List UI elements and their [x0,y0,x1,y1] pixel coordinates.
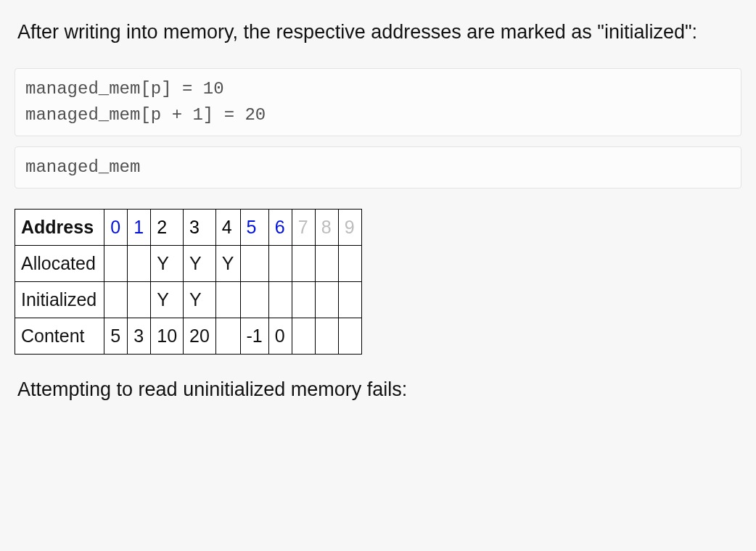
addr-cell: 0 [104,209,128,245]
cell [292,318,315,354]
cell [240,245,268,281]
cell [268,281,292,318]
addr-cell: 6 [268,209,292,245]
intro-text: After writing into memory, the respectiv… [15,17,741,48]
page-container: After writing into memory, the respectiv… [0,0,756,420]
cell: -1 [240,318,268,354]
cell [338,318,361,354]
table-row: Initialized Y Y [15,281,362,318]
addr-cell: 5 [240,209,268,245]
cell [292,245,315,281]
cell: Y [151,245,184,281]
cell [315,281,338,318]
cell [104,245,128,281]
cell: 10 [151,318,184,354]
memory-table-header-row: Address 0 1 2 3 4 5 6 7 8 9 [15,209,362,245]
addr-cell: 8 [315,209,338,245]
cell: Y [184,245,216,281]
addr-cell: 7 [292,209,315,245]
cell: 20 [184,318,216,354]
code-block-expr: managed_mem [15,146,741,188]
memory-table: Address 0 1 2 3 4 5 6 7 8 9 Allocated Y … [15,209,362,355]
cell [128,281,151,318]
addr-cell: 4 [215,209,240,245]
cell [215,281,240,318]
cell [315,318,338,354]
cell [338,281,361,318]
cell [215,318,240,354]
row-label: Content [15,318,104,354]
cell [128,245,151,281]
outro-text: Attempting to read uninitialized memory … [15,375,741,405]
cell [315,245,338,281]
cell: 0 [268,318,292,354]
code-block-write: managed_mem[p] = 10 managed_mem[p + 1] =… [15,68,741,136]
cell: Y [215,245,240,281]
addr-cell: 3 [184,209,216,245]
cell: Y [151,281,184,318]
cell [104,281,128,318]
cell: 5 [104,318,128,354]
cell [338,245,361,281]
header-label: Address [15,209,104,245]
cell [292,281,315,318]
table-row: Content 5 3 10 20 -1 0 [15,318,362,354]
cell: Y [184,281,216,318]
cell [240,281,268,318]
addr-cell: 9 [338,209,361,245]
row-label: Initialized [15,281,104,318]
cell: 3 [128,318,151,354]
addr-cell: 1 [128,209,151,245]
row-label: Allocated [15,245,104,281]
addr-cell: 2 [151,209,184,245]
table-row: Allocated Y Y Y [15,245,362,281]
cell [268,245,292,281]
memory-table-wrap: Address 0 1 2 3 4 5 6 7 8 9 Allocated Y … [15,209,362,355]
